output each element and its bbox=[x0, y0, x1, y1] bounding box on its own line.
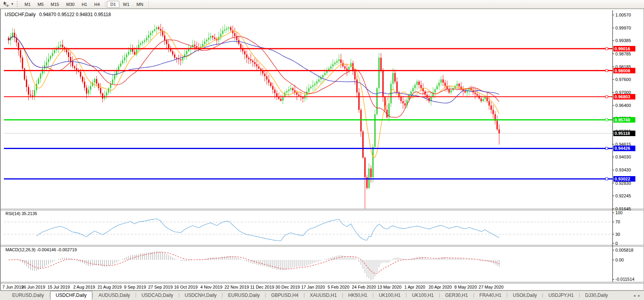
date-tick-label: 17 Jan 2020 bbox=[301, 285, 325, 289]
date-tick-label: 9 Sep 2019 bbox=[124, 285, 146, 289]
tab-scroll-right-icon[interactable]: ▸ bbox=[638, 293, 640, 298]
price-line-badge-0.99016-text: 0.99016 bbox=[615, 46, 630, 51]
macd-tick-label: -0.011514 bbox=[615, 277, 635, 282]
top-toolbar: ▾ M1M5M15M30H1H4D1W1MN bbox=[0, 0, 644, 9]
price-line-badge-0.98008: 0.98008 bbox=[613, 68, 635, 74]
rsi-line bbox=[37, 219, 499, 241]
timeframe-button-m1[interactable]: M1 bbox=[21, 1, 34, 8]
price-line-handle[interactable] bbox=[606, 147, 608, 149]
current-price-badge: 0.95118 bbox=[613, 131, 635, 136]
chart-tab-fra40-h1[interactable]: FRA40,H1 bbox=[474, 291, 507, 300]
date-axis[interactable]: 7 Jun 201926 Jun 201915 Jul 20192 Aug 20… bbox=[2, 285, 503, 289]
chart-tab-eurusd-daily[interactable]: EURUSD,Daily bbox=[223, 291, 265, 300]
date-tick-label: 2 Aug 2019 bbox=[73, 285, 95, 289]
price-chart-canvas[interactable]: 1.005700.999700.993850.987850.981850.976… bbox=[1, 9, 644, 291]
date-tick-label: 20 Apr 2020 bbox=[428, 285, 452, 289]
price-line-badge-0.96803-text: 0.96803 bbox=[615, 94, 630, 99]
date-tick-label: 30 Dec 2019 bbox=[275, 285, 300, 289]
date-tick-label: 11 Dec 2019 bbox=[250, 285, 274, 289]
chart-tab-xauusd-h1[interactable]: XAUUSD,H1 bbox=[305, 291, 342, 300]
date-tick-label: 13 Mar 2020 bbox=[377, 285, 402, 289]
candlestick-series bbox=[8, 24, 500, 209]
date-tick-label: 27 May 2020 bbox=[479, 285, 504, 289]
price-line-badge-0.94426: 0.94426 bbox=[613, 145, 635, 151]
price-tick-label: 0.92245 bbox=[615, 193, 631, 198]
toolbar-grip[interactable] bbox=[17, 1, 18, 7]
date-tick-label: 21 Aug 2019 bbox=[97, 285, 122, 289]
chart-tab-uk100-h1[interactable]: UK100,H1 bbox=[374, 291, 406, 300]
price-tick-label: 0.96400 bbox=[615, 103, 631, 108]
timeframe-button-mn[interactable]: MN bbox=[133, 1, 147, 8]
date-tick-label: 5 Feb 2020 bbox=[327, 285, 349, 289]
chart-tab-audusd-daily[interactable]: AUDUSD,Daily bbox=[93, 291, 135, 300]
macd-tick-label: 0.005818 bbox=[615, 248, 633, 252]
date-tick-label: 7 Jun 2019 bbox=[2, 285, 24, 289]
timeframe-button-h1[interactable]: H1 bbox=[78, 1, 91, 8]
date-axis-border[interactable] bbox=[1, 282, 644, 283]
chart-tabs-bar: EURUSD,Daily|USDCHF,Daily|AUDUSD,Daily|U… bbox=[0, 291, 644, 300]
macd-signal-line bbox=[9, 252, 499, 273]
timeframe-button-w1[interactable]: W1 bbox=[119, 1, 133, 8]
date-tick-label: 26 Jun 2019 bbox=[21, 285, 45, 289]
price-line-badge-0.96803: 0.96803 bbox=[613, 94, 635, 99]
price-line-badge-0.95740-text: 0.95740 bbox=[615, 118, 630, 122]
chart-tab-usdcnh-daily[interactable]: USDCNH,Daily bbox=[179, 291, 221, 300]
price-line-handle[interactable] bbox=[606, 119, 608, 121]
macd-indicator-label: MACD(12,26,9) -0.004146 -0.002719 bbox=[5, 247, 77, 252]
chart-tab-usdjpy-h1[interactable]: USDJPY,H1 bbox=[543, 291, 578, 300]
price-line-badge-0.93022-text: 0.93022 bbox=[615, 177, 630, 181]
price-line-badge-0.98008-text: 0.98008 bbox=[615, 68, 630, 73]
macd-panel-splitter[interactable] bbox=[1, 245, 644, 247]
price-tick-label: 0.99970 bbox=[615, 26, 631, 30]
chart-ohlc-values: 0.94870 0.95122 0.94831 0.95118 bbox=[39, 12, 111, 17]
price-tick-label: 0.99385 bbox=[615, 38, 631, 43]
chart-tab-eurusd-daily[interactable]: EURUSD,Daily bbox=[7, 291, 49, 300]
timeframe-button-h4[interactable]: H4 bbox=[91, 1, 103, 8]
toolbar-separator bbox=[148, 1, 149, 7]
chart-title: USDCHF,Daily0.94870 0.95122 0.94831 0.95… bbox=[5, 12, 111, 17]
price-line-badge-0.93022: 0.93022 bbox=[613, 176, 635, 182]
chart-tab-ger30-h1[interactable]: GER30,H1 bbox=[440, 291, 473, 300]
rsi-tick-label: 0 bbox=[615, 241, 618, 246]
macd-histogram bbox=[9, 251, 499, 280]
chart-window: 1.005700.999700.993850.987850.981850.976… bbox=[0, 9, 644, 291]
chart-tab-gbpusd-h4[interactable]: GBPUSD,H4 bbox=[266, 291, 304, 300]
price-tick-label: 0.94030 bbox=[615, 155, 631, 159]
price-tick-label: 0.97600 bbox=[615, 77, 631, 82]
price-line-handle[interactable] bbox=[606, 178, 608, 180]
dropdown-caret-icon[interactable]: ▾ bbox=[11, 2, 13, 6]
rsi-panel-splitter[interactable] bbox=[1, 209, 644, 210]
chart-symbol-label: USDCHF,Daily bbox=[5, 12, 36, 17]
price-line-handle[interactable] bbox=[606, 48, 608, 50]
timeframe-button-d1[interactable]: D1 bbox=[107, 1, 119, 8]
timeframe-button-m30[interactable]: M30 bbox=[63, 1, 78, 8]
chart-tab-dj30-daily[interactable]: DJ30,Daily bbox=[580, 291, 613, 300]
timeframe-button-m15[interactable]: M15 bbox=[47, 1, 62, 8]
price-line-badge-0.95740: 0.95740 bbox=[613, 117, 635, 123]
price-line-badge-0.94426-text: 0.94426 bbox=[615, 146, 630, 151]
chart-tab-uk100-h1[interactable]: UK100,H1 bbox=[407, 291, 439, 300]
date-tick-label: 4 Nov 2019 bbox=[200, 285, 222, 289]
date-tick-label: 27 Sep 2019 bbox=[148, 285, 172, 289]
date-tick-label: 8 May 2020 bbox=[454, 285, 477, 289]
date-tick-label: 1 Apr 2020 bbox=[404, 285, 425, 289]
chart-tab-hk50-h1[interactable]: HK50,H1 bbox=[343, 291, 373, 300]
macd-tick-label: 0.00 bbox=[615, 258, 624, 262]
chart-cursor-tool[interactable]: ▾ bbox=[2, 1, 15, 7]
tab-scroll-left-icon[interactable]: ◂ bbox=[633, 293, 635, 298]
chart-tab-usoil-daily[interactable]: USOil,Daily bbox=[508, 291, 542, 300]
date-tick-label: 15 Jul 2019 bbox=[48, 285, 70, 289]
rsi-tick-label: 100 bbox=[615, 210, 622, 215]
price-tick-label: 1.00570 bbox=[615, 13, 631, 17]
price-tick-label: 0.93430 bbox=[615, 167, 631, 172]
price-line-badge-0.99016: 0.99016 bbox=[613, 46, 635, 52]
price-line-handle[interactable] bbox=[606, 70, 608, 72]
chart-tab-usdchf-daily[interactable]: USDCHF,Daily bbox=[50, 291, 92, 300]
date-tick-label: 24 Feb 2020 bbox=[352, 285, 376, 289]
toolbar-separator bbox=[105, 1, 105, 7]
current-price-badge-text: 0.95118 bbox=[615, 131, 630, 136]
chart-tabs: EURUSD,Daily|USDCHF,Daily|AUDUSD,Daily|U… bbox=[0, 291, 613, 300]
chart-tab-usdcad-daily[interactable]: USDCAD,Daily bbox=[136, 291, 178, 300]
timeframe-button-m5[interactable]: M5 bbox=[34, 1, 47, 8]
price-line-handle[interactable] bbox=[606, 96, 608, 98]
